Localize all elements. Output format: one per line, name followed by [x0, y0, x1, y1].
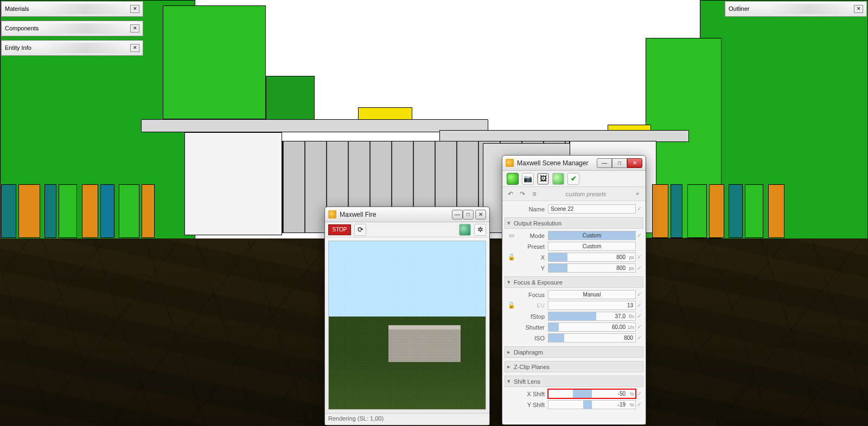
- maxwell-icon: [506, 159, 514, 167]
- disc-icon[interactable]: [552, 173, 564, 185]
- presets-bar: ↶ ↷ ≡ custom presets ＋: [502, 187, 646, 201]
- section-zclip[interactable]: ▸ Z-Clip Planes: [505, 361, 643, 372]
- render-preview[interactable]: [328, 241, 486, 410]
- close-icon[interactable]: ✕: [130, 5, 139, 13]
- maxwell-fire-window[interactable]: Maxwell Fire — □ ✕ STOP ⟳ ✲ Rendering (S…: [324, 206, 490, 425]
- window-title: Maxwell Fire: [340, 211, 376, 218]
- maxwell-scene-manager-window[interactable]: Maxwell Scene Manager — □ ✕ 📷 🖼 ✔ ↶ ↷ ≡ …: [502, 155, 646, 425]
- stop-button[interactable]: STOP: [328, 224, 351, 235]
- fire-toolbar: STOP ⟳ ✲: [325, 222, 489, 237]
- panel-materials-label: Materials: [5, 2, 29, 16]
- maximize-button[interactable]: □: [463, 210, 474, 220]
- redo-icon[interactable]: ↷: [518, 189, 527, 199]
- section-shift-lens[interactable]: ▾ Shift Lens: [505, 376, 643, 387]
- msm-body[interactable]: Name Scene 22 ✓ ▾ Output Resolution ▭ Mo…: [502, 201, 646, 424]
- iso-field[interactable]: 800: [548, 333, 636, 343]
- panel-components-label: Components: [5, 21, 39, 36]
- caret-down-icon: ▾: [507, 378, 514, 385]
- section-diaphragm[interactable]: ▸ Diaphragm: [505, 346, 643, 358]
- check-icon[interactable]: ✔: [567, 173, 579, 185]
- lock-icon[interactable]: 🔓: [506, 254, 518, 261]
- preset-field[interactable]: Custom: [548, 242, 636, 251]
- caret-right-icon: ▸: [507, 363, 514, 370]
- caret-down-icon: ▾: [507, 279, 514, 286]
- maximize-button[interactable]: □: [612, 158, 627, 168]
- panel-materials[interactable]: Materials ✕: [1, 1, 143, 17]
- name-field[interactable]: Scene 22: [548, 204, 636, 214]
- panel-outliner-label: Outliner: [729, 2, 750, 16]
- yshift-field[interactable]: -19 %: [548, 400, 636, 409]
- globe-icon[interactable]: [459, 224, 471, 236]
- fstop-field[interactable]: 37,0 f/n: [548, 312, 636, 321]
- checkmark-icon: ✓: [636, 205, 642, 212]
- caret-right-icon: ▸: [507, 348, 514, 356]
- titlebar[interactable]: Maxwell Scene Manager — □ ✕: [502, 156, 646, 171]
- shutter-field[interactable]: 60,00 1/n: [548, 322, 636, 332]
- mode-field[interactable]: Custom: [548, 231, 636, 240]
- lock-icon[interactable]: 🔓: [506, 302, 518, 309]
- titlebar[interactable]: Maxwell Fire — □ ✕: [325, 207, 489, 222]
- panel-components[interactable]: Components ✕: [1, 21, 143, 36]
- panel-outliner[interactable]: Outliner ✕: [725, 1, 867, 17]
- close-button[interactable]: ✕: [627, 158, 642, 168]
- panel-entityinfo-label: Entity Info: [5, 41, 31, 55]
- panel-entity-info[interactable]: Entity Info ✕: [1, 40, 143, 56]
- layers-icon[interactable]: ≡: [529, 189, 539, 199]
- environment-icon[interactable]: 🖼: [537, 173, 549, 185]
- close-icon[interactable]: ✕: [130, 44, 139, 52]
- status-light-icon[interactable]: [507, 173, 519, 185]
- focus-field[interactable]: Manual: [548, 290, 636, 299]
- viewport-icon[interactable]: ▭: [506, 232, 518, 239]
- close-button[interactable]: ✕: [475, 210, 486, 220]
- window-title: Maxwell Scene Manager: [517, 159, 588, 167]
- refresh-icon[interactable]: ⟳: [354, 224, 366, 236]
- maxwell-icon: [328, 210, 336, 218]
- section-output-resolution[interactable]: ▾ Output Resolution: [505, 217, 643, 229]
- xshift-field[interactable]: -50 %: [548, 389, 636, 398]
- msm-toolbar: 📷 🖼 ✔: [502, 171, 646, 187]
- presets-dropdown[interactable]: custom presets: [541, 191, 630, 197]
- minimize-button[interactable]: —: [452, 210, 463, 220]
- minimize-button[interactable]: —: [597, 158, 612, 168]
- gear-icon[interactable]: ✲: [474, 224, 486, 236]
- close-icon[interactable]: ✕: [854, 5, 863, 13]
- caret-down-icon: ▾: [507, 220, 514, 227]
- close-icon[interactable]: ✕: [130, 24, 139, 33]
- section-focus-exposure[interactable]: ▾ Focus & Exposure: [505, 276, 643, 288]
- resolution-x-field[interactable]: 800 px: [548, 253, 636, 262]
- name-label: Name: [518, 206, 548, 212]
- camera-icon[interactable]: 📷: [522, 173, 534, 185]
- undo-icon[interactable]: ↶: [506, 189, 515, 199]
- add-preset-icon[interactable]: ＋: [633, 189, 642, 199]
- render-status: Rendering (SL: 1,00): [325, 413, 489, 425]
- resolution-y-field[interactable]: 800 px: [548, 263, 636, 273]
- ev-field[interactable]: 13: [548, 301, 636, 310]
